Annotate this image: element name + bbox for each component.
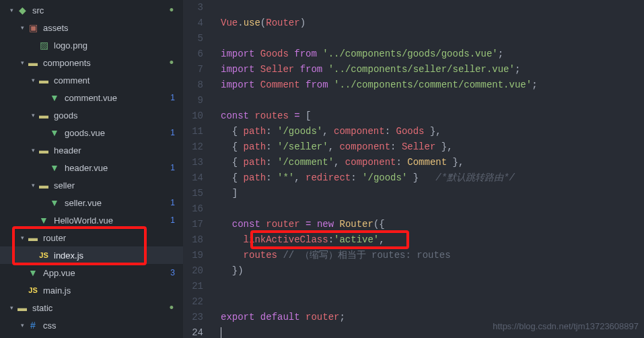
line-number: 6	[183, 46, 203, 62]
line-number: 8	[183, 77, 203, 93]
line-number: 24	[183, 325, 203, 338]
code-line[interactable]: linkActiveClass:'active',	[221, 232, 644, 248]
code-line[interactable]: import Comment from '../components/comme…	[221, 77, 644, 93]
js-icon: JS	[38, 251, 50, 259]
line-number: 14	[183, 170, 203, 186]
code-line[interactable]: import Goods from '../components/goods/g…	[221, 46, 644, 62]
tree-label: main.js	[43, 285, 71, 296]
tree-folder[interactable]: ▾#css	[0, 316, 183, 334]
tree-folder[interactable]: ▾▬static•	[0, 299, 183, 316]
line-number: 21	[183, 279, 203, 294]
tree-folder[interactable]: ▾▣assets	[0, 19, 183, 36]
tree-file[interactable]: ▼goods.vue1	[0, 124, 183, 141]
chevron-down-icon: ▾	[21, 24, 24, 31]
tree-folder[interactable]: ▾▬goods	[0, 106, 183, 124]
tree-label: goods.vue	[65, 128, 105, 138]
tree-file[interactable]: ▼HelloWorld.vue1	[0, 211, 183, 229]
chevron-down-icon: ▾	[32, 112, 35, 119]
chevron-down-icon: ▾	[21, 322, 24, 329]
code-line[interactable]: ]	[221, 186, 644, 201]
line-number: 19	[183, 248, 203, 263]
code-line[interactable]: { path: '/goods', component: Goods },	[221, 124, 644, 139]
code-line[interactable]: { path: '/comment', component: Comment }…	[221, 155, 644, 170]
code-line[interactable]: })	[221, 263, 644, 279]
tree-file[interactable]: ▼comment.vue1	[0, 89, 183, 106]
tree-file[interactable]: ▨logo.png	[0, 36, 183, 54]
code-line[interactable]	[221, 0, 644, 15]
tree-folder[interactable]: ▾▬seller	[0, 176, 183, 194]
code-line[interactable]	[221, 279, 644, 294]
line-number: 10	[183, 108, 203, 124]
folder-icon: ▬	[38, 180, 50, 191]
code-area[interactable]: Vue.use(Router)import Goods from '../com…	[211, 0, 644, 338]
tree-label: css	[43, 320, 57, 331]
line-number: 16	[183, 201, 203, 217]
folder-icon: ▬	[27, 57, 39, 68]
code-line[interactable]: const routes = [	[221, 108, 644, 124]
line-number: 5	[183, 31, 203, 46]
tree-label: components	[43, 58, 91, 68]
tree-label: index.js	[54, 250, 83, 261]
tree-file[interactable]: ▼header.vue1	[0, 159, 183, 176]
vue-icon: ▼	[48, 92, 61, 103]
file-tree-sidebar[interactable]: ▾◆src•▾▣assets▨logo.png▾▬components•▾▬co…	[0, 0, 183, 338]
chevron-down-icon: ▾	[10, 7, 13, 13]
vcs-badge: 3	[170, 268, 175, 277]
vue-icon: ▼	[38, 215, 50, 226]
text-cursor	[221, 327, 221, 339]
vcs-badge: 1	[170, 163, 175, 172]
chevron-down-icon: ▾	[10, 304, 13, 311]
vcs-badge: 1	[170, 198, 175, 207]
line-number: 4	[183, 15, 203, 31]
tree-label: header	[54, 145, 81, 156]
chevron-down-icon: ▾	[32, 147, 35, 154]
tree-folder[interactable]: ▾▬comment	[0, 71, 183, 89]
line-number: 20	[183, 263, 203, 279]
tree-label: src	[32, 5, 44, 15]
tree-folder[interactable]: ▾◆src•	[0, 1, 183, 19]
tree-label: comment.vue	[65, 93, 117, 103]
tree-folder[interactable]: ▾▬header	[0, 141, 183, 159]
tree-file[interactable]: JSmain.js	[0, 281, 183, 299]
line-number: 22	[183, 294, 203, 310]
code-line[interactable]: Vue.use(Router)	[221, 15, 644, 31]
code-line[interactable]	[221, 325, 644, 338]
chevron-down-icon: ▾	[32, 182, 35, 189]
tree-label: static	[32, 303, 52, 313]
vcs-badge: 1	[170, 128, 175, 137]
tree-label: comment	[54, 75, 90, 86]
chevron-down-icon: ▾	[21, 234, 24, 241]
code-line[interactable]	[221, 294, 644, 310]
tree-folder[interactable]: ▾▬components•	[0, 54, 183, 71]
code-line[interactable]	[221, 201, 644, 217]
folder-icon: ▬	[38, 110, 50, 121]
line-number: 9	[183, 93, 203, 108]
tree-file[interactable]: ▼App.vue3	[0, 264, 183, 281]
code-line[interactable]: export default router;	[221, 310, 644, 325]
folder-icon: ▬	[16, 302, 28, 313]
tree-label: seller.vue	[65, 198, 102, 208]
code-line[interactable]	[221, 31, 644, 46]
line-gutter: 3456789101112131415161718192021222324	[183, 0, 211, 338]
chevron-down-icon: ▾	[32, 77, 35, 83]
tree-folder[interactable]: ▾▬router	[0, 229, 183, 246]
code-editor[interactable]: 3456789101112131415161718192021222324 Vu…	[183, 0, 644, 338]
code-line[interactable]	[221, 93, 644, 108]
vcs-badge: 1	[170, 215, 175, 225]
tree-label: logo.png	[54, 40, 87, 50]
vue-icon: ▼	[48, 162, 61, 173]
code-line[interactable]: { path: '/seller', component: Seller },	[221, 139, 644, 155]
tree-file[interactable]: ▼seller.vue1	[0, 194, 183, 211]
app-window: ▾◆src•▾▣assets▨logo.png▾▬components•▾▬co…	[0, 0, 644, 338]
folder-icon: ▬	[38, 75, 50, 86]
vue-icon: ▼	[27, 267, 39, 278]
code-line[interactable]: routes // （缩写）相当于 routes: routes	[221, 248, 644, 263]
css-icon: #	[27, 320, 39, 331]
vue-icon: ▼	[48, 197, 61, 208]
vcs-badge: 1	[170, 93, 175, 102]
code-line[interactable]: { path: '*', redirect: '/goods' } /*默认跳转…	[221, 170, 644, 186]
chevron-down-icon: ▾	[21, 59, 24, 66]
code-line[interactable]: const router = new Router({	[221, 217, 644, 232]
tree-file[interactable]: JSindex.js	[0, 246, 183, 264]
code-line[interactable]: import Seller from '../components/seller…	[221, 62, 644, 77]
